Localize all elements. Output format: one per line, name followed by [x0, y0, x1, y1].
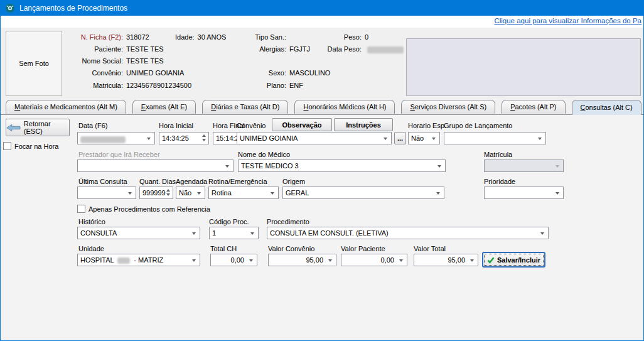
agendada-combo[interactable]: Não [176, 187, 205, 199]
sexo-label: Sexo: [233, 69, 286, 77]
plano-value: ENF [289, 82, 303, 89]
tipo-san-label: Tipo San.: [233, 33, 286, 41]
tab-consultas[interactable]: Consultas (Alt C) [572, 100, 641, 115]
peso-label: Peso: [309, 33, 362, 41]
dropdown-arrow-icon [147, 138, 151, 140]
tab-strip: Materiais e Medicamentos (Alt M) Exames … [6, 100, 644, 115]
dropdown-arrow-icon [432, 138, 436, 140]
patient-peso-row: Peso:0 [309, 33, 368, 42]
origem-label: Origem [282, 178, 305, 185]
matricula-value: 12345678901234500 [126, 82, 191, 89]
grupo-lancamento-combo[interactable] [444, 132, 546, 144]
hora-inicial-label: Hora Inicial [159, 122, 193, 129]
convenio-label: Convênio: [19, 69, 123, 77]
unidade-combo[interactable]: HOSPITAL - MATRIZ [77, 254, 200, 266]
check-icon [487, 256, 495, 264]
convenio-combo[interactable]: UNIMED GOIANIA [237, 132, 392, 144]
dropdown-arrow-icon [538, 138, 542, 140]
notes-panel [406, 38, 641, 96]
apenas-referencia-checkbox[interactable]: Apenas Procedimentos com Referencia [77, 205, 210, 213]
nome-medico-label: Nome do Médico [238, 151, 290, 158]
hora-inicial-field[interactable]: 14:34:25 [159, 132, 209, 144]
data-f6-label: Data (F6) [78, 122, 107, 129]
ultima-consulta-combo[interactable] [77, 187, 136, 199]
link-bar: Clique aqui para visualizar Informações … [1, 16, 643, 28]
idade-label: Idade: [175, 33, 195, 41]
dropdown-arrow-icon [192, 232, 196, 235]
tab-servicos-diversos[interactable]: Serviços Diversos (Alt S) [401, 100, 495, 114]
tab-pacotes[interactable]: Pacotes (Alt P) [502, 100, 565, 114]
data-redacted-value [80, 136, 126, 143]
ficha-value: 318072 [126, 33, 149, 41]
patient-info-link[interactable]: Clique aqui para visualizar Informações … [494, 17, 641, 24]
paciente-value: TESTE TES [126, 45, 164, 53]
origem-combo[interactable]: GERAL [282, 187, 444, 199]
dropdown-arrow-icon [192, 259, 196, 262]
dropdown-arrow-icon [555, 165, 559, 168]
prestador-combo[interactable] [77, 160, 233, 172]
patient-tipo-san-row: Tipo San.: [233, 33, 289, 42]
total-ch-label: Total CH [210, 245, 237, 252]
matricula-form-label: Matrícula [484, 151, 512, 158]
nome-social-value: TESTE TES [126, 57, 164, 65]
instrucoes-button[interactable]: Instruções [334, 118, 393, 131]
procedimento-combo[interactable]: CONSULTA EM CONSULT. (ELETIVA) [267, 227, 549, 239]
idade-value: 30 ANOS [198, 33, 227, 41]
focar-na-hora-checkbox[interactable]: Focar na Hora [3, 142, 58, 150]
tab-exames[interactable]: Exames (Alt E) [132, 100, 196, 114]
matricula-label: Matricula: [19, 82, 123, 89]
total-ch-field[interactable]: 0,00 [210, 254, 257, 266]
horario-esp-combo[interactable]: Não [408, 132, 440, 144]
dropdown-arrow-icon [197, 192, 201, 195]
ultima-consulta-label: Última Consulta [78, 178, 127, 185]
convenio-more-button[interactable]: ... [394, 132, 406, 144]
ficha-label: N. Ficha (F2): [19, 33, 123, 41]
dropdown-arrow-icon [271, 192, 274, 195]
data-f6-combo[interactable] [77, 132, 155, 144]
dropdown-arrow-icon [384, 138, 387, 140]
patient-plano-row: Plano:ENF [233, 82, 303, 90]
dropdown-arrow-icon [470, 259, 474, 262]
historico-label: Histórico [78, 218, 105, 225]
unidade-redacted-segment [117, 257, 130, 264]
dropdown-arrow-icon [399, 259, 403, 262]
nome-medico-combo[interactable]: TESTE MEDICO 3 [238, 160, 446, 172]
patient-name-row: Paciente:TESTE TES [19, 45, 164, 54]
time-spinner[interactable] [202, 134, 206, 141]
tab-materiais-medicamentos[interactable]: Materiais e Medicamentos (Alt M) [6, 100, 126, 114]
data-peso-redacted-value [367, 46, 404, 53]
patient-ficha-row: N. Ficha (F2):318072 [19, 33, 149, 42]
patient-matricula-row: Matricula:12345678901234500 [19, 82, 191, 90]
tab-diarias-taxas[interactable]: Diárias e Taxas (Alt D) [202, 100, 288, 114]
peso-value: 0 [365, 33, 368, 41]
retornar-button[interactable]: Retornar (ESC) [6, 119, 70, 136]
dropdown-arrow-icon [555, 192, 559, 195]
prioridade-combo[interactable] [484, 187, 564, 199]
nome-social-label: Nome Social: [19, 57, 123, 65]
convenio-form-label: Convênio [237, 122, 266, 129]
patient-sexo-row: Sexo:MASCULINO [233, 69, 330, 78]
historico-combo[interactable]: CONSULTA [77, 227, 200, 239]
valor-total-field[interactable]: 95,00 [414, 254, 478, 266]
patient-header: Sem Foto N. Ficha (F2):318072 Idade:30 A… [1, 28, 643, 100]
agendada-label: Agendada [176, 178, 207, 185]
valor-convenio-field[interactable]: 95,00 [268, 254, 336, 266]
valor-convenio-label: Valor Convênio [268, 245, 314, 252]
quant-dias-field[interactable]: 999999 [139, 187, 173, 199]
rotina-emergencia-combo[interactable]: Rotina [208, 187, 279, 199]
codigo-proc-label: Código Proc. [209, 218, 249, 225]
codigo-proc-combo[interactable]: 1 [209, 227, 259, 239]
matricula-combo [484, 160, 564, 172]
patient-data-peso-row: Data Peso: [302, 45, 404, 54]
dropdown-arrow-icon [437, 165, 441, 168]
sexo-value: MASCULINO [289, 69, 330, 77]
dropdown-arrow-icon [328, 259, 332, 262]
patient-convenio-row: Convênio:UNIMED GOIANIA [19, 69, 184, 78]
salvar-incluir-button[interactable]: Salvar/Incluir [482, 252, 545, 268]
tab-honorarios-medicos[interactable]: Honorários Médicos (Alt H) [294, 100, 395, 114]
observacao-button[interactable]: Observação [272, 118, 332, 131]
valor-paciente-field[interactable]: 0,00 [341, 254, 407, 266]
paciente-label: Paciente: [19, 45, 123, 53]
quant-dias-spinner[interactable] [166, 189, 170, 196]
checkbox-box [3, 142, 11, 150]
